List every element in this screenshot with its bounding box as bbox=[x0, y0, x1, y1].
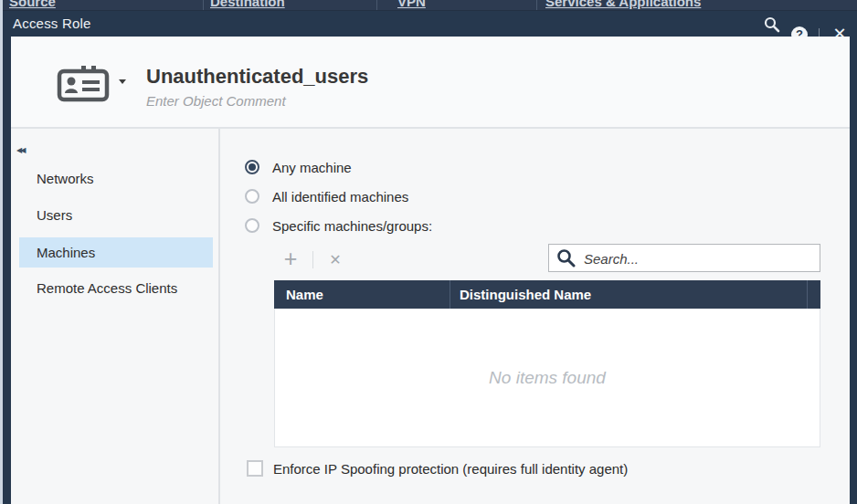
radio-specific-machines-groups[interactable]: Specific machines/groups: bbox=[245, 217, 432, 234]
search-button[interactable] bbox=[761, 11, 783, 37]
object-name: Unauthenticated_users bbox=[146, 65, 368, 89]
checkbox-label: Enforce IP Spoofing protection (requires… bbox=[273, 461, 628, 477]
toolbar-separator bbox=[312, 251, 313, 268]
sidebar-item-remote-access-clients[interactable]: Remote Access Clients bbox=[19, 273, 213, 303]
ip-spoofing-checkbox[interactable]: Enforce IP Spoofing protection (requires… bbox=[247, 460, 628, 477]
access-role-icon[interactable] bbox=[57, 64, 110, 102]
sidebar-item-users[interactable]: Users bbox=[19, 200, 213, 230]
collapse-icon: ◀◀ bbox=[16, 146, 24, 154]
column-separator[interactable] bbox=[450, 280, 450, 309]
table-body: No items found bbox=[274, 309, 820, 447]
table-header: Name Distinguished Name bbox=[274, 280, 820, 309]
rulebase-column-destination: Destination bbox=[210, 0, 285, 9]
dialog-titlebar[interactable]: Access Role ? ✕ bbox=[0, 11, 857, 37]
radio-label: All identified machines bbox=[272, 189, 408, 205]
empty-state-text: No items found bbox=[489, 368, 606, 388]
table-search-box bbox=[548, 244, 820, 272]
add-button[interactable]: + bbox=[280, 247, 302, 269]
column-separator bbox=[807, 280, 808, 309]
column-header-distinguished-name[interactable]: Distinguished Name bbox=[460, 280, 591, 309]
column-header-name[interactable]: Name bbox=[286, 280, 323, 309]
sidebar-item-networks[interactable]: Networks bbox=[19, 163, 213, 194]
chevron-down-icon bbox=[119, 79, 126, 84]
radio-any-machine[interactable]: Any machine bbox=[245, 159, 352, 175]
sidebar-separator bbox=[218, 129, 220, 504]
search-icon bbox=[556, 248, 576, 268]
rulebase-column-services: Services & Applications bbox=[545, 0, 701, 9]
dialog-right-border bbox=[850, 37, 857, 504]
dialog-title: Access Role bbox=[13, 11, 91, 37]
radio-label: Any machine bbox=[272, 160, 352, 175]
radio-icon bbox=[245, 189, 259, 204]
plus-icon: + bbox=[284, 246, 298, 271]
icon-dropdown-button[interactable] bbox=[116, 75, 129, 88]
radio-label: Specific machines/groups: bbox=[272, 218, 432, 234]
sidebar-item-machines[interactable]: Machines bbox=[19, 237, 213, 268]
x-icon: ✕ bbox=[329, 252, 341, 268]
object-header: Unauthenticated_users Enter Object Comme… bbox=[11, 37, 850, 127]
dialog-left-border bbox=[3, 37, 11, 504]
dialog-body: ◀◀ Networks Users Machines Remote Access… bbox=[11, 129, 850, 504]
remove-button[interactable]: ✕ bbox=[324, 249, 346, 271]
radio-icon bbox=[245, 218, 259, 233]
search-icon bbox=[764, 16, 780, 33]
radio-icon bbox=[245, 160, 259, 174]
object-comment-field[interactable]: Enter Object Comment bbox=[146, 93, 286, 109]
sidebar-collapse-button[interactable]: ◀◀ bbox=[16, 140, 33, 151]
rulebase-column-vpn: VPN bbox=[397, 0, 426, 9]
radio-all-identified-machines[interactable]: All identified machines bbox=[245, 188, 408, 205]
rulebase-column-source: Source bbox=[9, 0, 56, 9]
checkbox-icon bbox=[247, 460, 263, 477]
search-input[interactable] bbox=[582, 246, 814, 271]
screen: Source Destination VPN Services & Applic… bbox=[0, 0, 857, 504]
